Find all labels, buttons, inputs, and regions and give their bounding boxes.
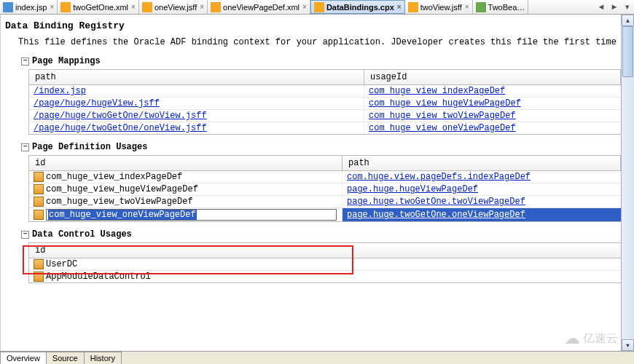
tab-scroll-right-icon[interactable]: ► xyxy=(608,2,621,12)
id-cell: com_huge_view_indexPageDef xyxy=(46,172,182,182)
tab-label: twoView.jsff xyxy=(420,3,462,12)
scrollbar-thumb[interactable] xyxy=(622,26,633,77)
usage-link[interactable]: com_huge_view_oneViewPageDef xyxy=(369,123,516,133)
path-link[interactable]: page.huge.hugeViewPageDef xyxy=(347,184,478,194)
tab-oneview-jsff[interactable]: oneView.jsff × xyxy=(139,0,208,14)
tab-label: oneViewPageDef.xml xyxy=(223,3,300,12)
column-usageid[interactable]: usageId xyxy=(364,70,621,84)
editor-bottom-tabs: Overview Source History xyxy=(0,351,634,364)
column-id[interactable]: id xyxy=(29,243,621,258)
id-cell: com_huge_view_oneViewPageDef xyxy=(48,210,197,220)
xml-icon xyxy=(211,2,221,12)
table-row[interactable]: /index.jsp com_huge_view_indexPageDef xyxy=(29,85,621,98)
usage-link[interactable]: com_huge_view_twoViewPageDef xyxy=(369,111,516,121)
pagedef-icon xyxy=(34,197,44,207)
id-cell: UserDC xyxy=(46,259,77,269)
id-cell: com_huge_view_twoViewPageDef xyxy=(46,197,193,207)
usage-link[interactable]: com_huge_view_hugeViewPageDef xyxy=(369,98,521,108)
scroll-up-icon[interactable]: ▲ xyxy=(622,15,634,26)
tab-label: twoGetOne.xml xyxy=(73,3,128,12)
path-link[interactable]: page.huge.twoGetOne.twoViewPageDef xyxy=(347,197,525,207)
pagedef-icon xyxy=(34,172,44,182)
tab-databindings-cpx[interactable]: DataBindings.cpx × xyxy=(310,0,405,14)
collapse-icon[interactable]: − xyxy=(21,231,29,239)
table-row-selected[interactable]: com_huge_view_oneViewPageDef page.huge.t… xyxy=(29,208,621,221)
page-title: Data Binding Registry xyxy=(1,15,621,34)
tab-overview[interactable]: Overview xyxy=(0,352,47,364)
id-cell: AppModuleDataControl xyxy=(46,272,151,282)
page-def-usages-table: id path com_huge_view_indexPageDef com.h… xyxy=(28,155,621,222)
tab-twobean-java[interactable]: TwoBea… xyxy=(473,0,529,14)
path-link[interactable]: /page/huge/twoGetOne/oneView.jsff xyxy=(34,123,207,133)
path-link[interactable]: page.huge.twoGetOne.oneViewPageDef xyxy=(347,210,525,220)
tab-source[interactable]: Source xyxy=(46,352,85,364)
close-icon[interactable]: × xyxy=(50,3,54,11)
editor-content: Data Binding Registry This file defines … xyxy=(0,15,621,351)
path-link[interactable]: com.huge.view.pageDefs.indexPageDef xyxy=(347,172,531,182)
tab-label: oneView.jsff xyxy=(154,3,197,12)
table-row[interactable]: /page/huge/hugeView.jsff com_huge_view_h… xyxy=(29,98,621,110)
tab-list-icon[interactable]: ▾ xyxy=(621,2,634,12)
section-page-mappings[interactable]: − Page Mappings xyxy=(1,55,621,68)
data-control-usages-table: id UserDC AppModuleDataControl xyxy=(28,242,621,283)
tab-overflow: ◄ ► ▾ xyxy=(595,2,634,12)
table-row[interactable]: UserDC xyxy=(29,258,621,271)
cpx-icon xyxy=(314,2,324,12)
usage-link[interactable]: com_huge_view_indexPageDef xyxy=(369,86,505,96)
page-mappings-table: path usageId /index.jsp com_huge_view_in… xyxy=(28,69,621,135)
tab-oneviewpagedef-xml[interactable]: oneViewPageDef.xml × xyxy=(208,0,310,14)
xml-icon xyxy=(142,2,152,12)
section-title: Data Control Usages xyxy=(32,229,132,240)
column-path[interactable]: path xyxy=(29,70,364,84)
column-path[interactable]: path xyxy=(343,156,621,170)
path-link[interactable]: /index.jsp xyxy=(34,86,86,96)
pagedef-icon xyxy=(34,184,44,194)
id-edit-input[interactable]: com_huge_view_oneViewPageDef xyxy=(46,209,337,221)
section-title: Page Mappings xyxy=(32,56,101,66)
collapse-icon[interactable]: − xyxy=(21,143,29,151)
editor-tab-bar: index.jsp × twoGetOne.xml × oneView.jsff… xyxy=(0,0,634,15)
close-icon[interactable]: × xyxy=(465,3,469,11)
tab-twogetone-xml[interactable]: twoGetOne.xml × xyxy=(58,0,139,14)
table-row[interactable]: /page/huge/twoGetOne/twoView.jsff com_hu… xyxy=(29,110,621,122)
table-row[interactable]: com_huge_view_indexPageDef com.huge.view… xyxy=(29,171,621,183)
id-cell: com_huge_view_hugeViewPageDef xyxy=(46,184,198,194)
collapse-icon[interactable]: − xyxy=(21,58,29,66)
xml-icon xyxy=(408,2,418,12)
scroll-down-icon[interactable]: ▼ xyxy=(622,339,634,351)
table-row[interactable]: /page/huge/twoGetOne/oneView.jsff com_hu… xyxy=(29,122,621,134)
close-icon[interactable]: × xyxy=(200,3,204,11)
table-row[interactable]: com_huge_view_twoViewPageDef page.huge.t… xyxy=(29,196,621,208)
tab-scroll-left-icon[interactable]: ◄ xyxy=(595,2,608,12)
tab-label: index.jsp xyxy=(15,3,47,12)
section-page-def-usages[interactable]: − Page Definition Usages xyxy=(1,141,621,154)
table-row[interactable]: com_huge_view_hugeViewPageDef page.huge.… xyxy=(29,183,621,196)
close-icon[interactable]: × xyxy=(302,3,307,11)
page-description: This file defines the Oracle ADF binding… xyxy=(1,34,621,55)
tab-index-jsp[interactable]: index.jsp × xyxy=(0,0,58,14)
vertical-scrollbar[interactable]: ▲ ▼ xyxy=(621,15,634,351)
java-icon xyxy=(476,2,486,12)
path-link[interactable]: /page/huge/twoGetOne/twoView.jsff xyxy=(34,111,207,121)
tab-label: DataBindings.cpx xyxy=(326,3,394,12)
close-icon[interactable]: × xyxy=(397,3,402,11)
column-id[interactable]: id xyxy=(29,156,343,170)
datacontrol-icon xyxy=(34,272,44,282)
jsp-icon xyxy=(3,2,13,12)
tab-twoview-jsff[interactable]: twoView.jsff × xyxy=(405,0,473,14)
xml-icon xyxy=(60,2,71,12)
datacontrol-icon xyxy=(34,259,44,269)
close-icon[interactable]: × xyxy=(131,3,136,11)
section-title: Page Definition Usages xyxy=(32,142,147,152)
tab-history[interactable]: History xyxy=(84,352,122,364)
section-data-control-usages[interactable]: − Data Control Usages xyxy=(1,228,621,241)
path-link[interactable]: /page/huge/hugeView.jsff xyxy=(34,98,160,108)
pagedef-icon xyxy=(34,210,44,220)
tab-label: TwoBea… xyxy=(488,3,525,12)
table-row[interactable]: AppModuleDataControl xyxy=(29,271,621,282)
